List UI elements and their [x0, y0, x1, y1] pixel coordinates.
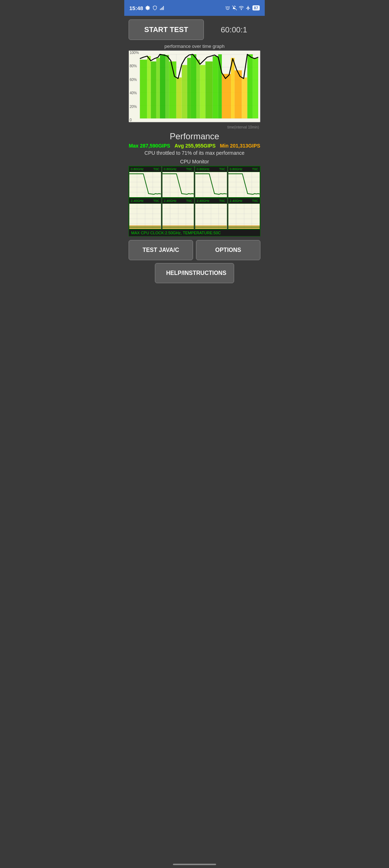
cpu-core-4-header: 0.80GHz T0C: [228, 167, 260, 172]
cpu-core-1-freq: 0.80GHz: [131, 167, 144, 171]
svg-rect-1: [161, 8, 162, 10]
svg-rect-39: [247, 54, 253, 118]
svg-rect-23: [160, 54, 165, 118]
svg-point-6: [241, 9, 241, 10]
cpu-core-3-graph: [195, 172, 227, 197]
performance-title: Performance: [129, 131, 260, 141]
cpu-core-7-header: 2.40GHz T0C: [195, 198, 227, 204]
cpu-core-3-freq: 0.80GHz: [197, 167, 210, 171]
cpu-core-8-header: 2.40GHz T0C: [228, 198, 260, 204]
cpu-core-2-graph: [162, 172, 194, 197]
svg-rect-3: [163, 6, 164, 10]
top-row: START TEST 60:00:1: [129, 19, 260, 40]
svg-rect-20: [147, 56, 151, 118]
status-bar: 15:48: [124, 0, 265, 16]
airplane-icon: [246, 5, 251, 10]
cpu-core-2-temp: T0C: [186, 167, 192, 171]
svg-rect-31: [200, 65, 205, 119]
cpu-core-5-header: 2.40GHz T0C: [129, 198, 161, 204]
cpu-core-2-freq: 0.80GHz: [164, 167, 177, 171]
status-time: 15:48: [129, 5, 143, 11]
y-label-20: 20%: [130, 105, 139, 109]
svg-rect-27: [182, 65, 187, 119]
cpu-core-3: 0.80GHz T0C: [195, 166, 227, 198]
home-indicator: [173, 864, 216, 865]
svg-rect-38: [242, 77, 247, 118]
svg-rect-36: [231, 58, 234, 118]
cpu-core-1-temp: T0C: [153, 167, 159, 171]
test-javac-button[interactable]: TEST JAVA/C: [129, 240, 193, 260]
y-label-60: 60%: [130, 78, 139, 82]
cpu-core-6-temp: T0C: [186, 199, 192, 203]
cpu-core-5-temp: T0C: [153, 199, 159, 203]
stat-avg: Avg 255,955GIPS: [175, 143, 216, 149]
x-axis-label: time(interval 10min): [129, 125, 260, 129]
cpu-core-8-graph: [228, 204, 260, 229]
cpu-core-7: 2.40GHz T0C: [195, 198, 227, 229]
svg-rect-19: [140, 60, 147, 118]
cpu-core-2: 0.80GHz T0C: [162, 166, 194, 198]
svg-rect-28: [187, 58, 191, 118]
cpu-core-3-header: 0.80GHz T0C: [195, 167, 227, 172]
cpu-core-3-temp: T0C: [219, 167, 225, 171]
cpu-core-1-header: 0.80GHz T0C: [129, 167, 161, 172]
wifi-icon: [239, 5, 244, 10]
svg-rect-26: [176, 77, 182, 118]
timer-display: 60:00:1: [207, 25, 260, 35]
y-axis-labels: 100% 80% 60% 40% 20% 0: [130, 51, 139, 122]
cpu-core-5-freq: 2.40GHz: [131, 199, 144, 203]
cpu-core-6-header: 2.40GHz T0C: [162, 198, 194, 204]
help-instructions-button[interactable]: HELP/INSTRUCTIONS: [155, 263, 234, 283]
cpu-core-6: 2.40GHz T0C: [162, 198, 194, 229]
svg-rect-22: [156, 58, 160, 118]
svg-rect-35: [222, 74, 231, 118]
svg-rect-32: [205, 62, 213, 118]
cpu-monitor-top-row: 0.80GHz T0C 0.80GHz T: [129, 166, 260, 198]
svg-rect-30: [196, 60, 200, 118]
cpu-monitor-bottom-row: 2.40GHz T0C 2.40GH: [129, 198, 260, 230]
gear-icon: [145, 5, 150, 10]
svg-rect-24: [165, 55, 169, 118]
shield-icon: [152, 5, 157, 10]
cpu-core-4: 0.80GHz T0C: [228, 166, 260, 198]
options-button[interactable]: OPTIONS: [196, 240, 260, 260]
cpu-core-7-graph: [195, 204, 227, 229]
cpu-core-8-temp: T0C: [252, 199, 258, 203]
cpu-core-1-graph: [129, 172, 161, 197]
svg-rect-33: [213, 56, 218, 118]
cpu-core-1: 0.80GHz T0C: [129, 166, 161, 198]
status-right: 87: [225, 5, 260, 10]
cpu-status-bar: MAX CPU CLOCK:2.50GHz, TEMPERATURE:50C: [129, 230, 260, 236]
cpu-core-8: 2.40GHz T0C: [228, 198, 260, 229]
cpu-core-6-graph: [162, 204, 194, 229]
stat-min: Min 201,313GIPS: [220, 143, 260, 149]
performance-stats: Max 287,590GIPS Avg 255,955GIPS Min 201,…: [129, 143, 260, 149]
cpu-core-4-temp: T0C: [252, 167, 258, 171]
graph-title: performance over time graph: [129, 44, 260, 49]
bottom-buttons-row: TEST JAVA/C OPTIONS: [129, 240, 260, 260]
cpu-core-4-graph: [228, 172, 260, 197]
battery-indicator: 87: [252, 5, 260, 10]
cpu-core-8-freq: 2.40GHz: [230, 199, 243, 203]
bell-mute-icon: [232, 5, 237, 10]
cpu-core-5: 2.40GHz T0C: [129, 198, 161, 229]
y-label-40: 40%: [130, 91, 139, 95]
svg-rect-2: [162, 7, 163, 10]
svg-rect-40: [253, 58, 258, 118]
svg-rect-29: [191, 54, 196, 118]
performance-graph-svg: [129, 51, 260, 122]
svg-rect-21: [151, 62, 156, 118]
cpu-core-4-freq: 0.80GHz: [230, 167, 243, 171]
y-label-0: 0: [130, 118, 139, 122]
main-content: START TEST 60:00:1 performance over time…: [124, 16, 265, 294]
status-left: 15:48: [129, 5, 165, 11]
svg-rect-37: [234, 70, 242, 118]
start-test-button[interactable]: START TEST: [129, 19, 204, 40]
cpu-monitor-title: CPU Monitor: [129, 159, 260, 164]
y-label-100: 100%: [130, 51, 139, 55]
alarm-icon: [225, 5, 230, 10]
signal-icon: [160, 5, 165, 10]
cpu-core-2-header: 0.80GHz T0C: [162, 167, 194, 172]
stat-max: Max 287,590GIPS: [129, 143, 170, 149]
y-label-80: 80%: [130, 64, 139, 68]
